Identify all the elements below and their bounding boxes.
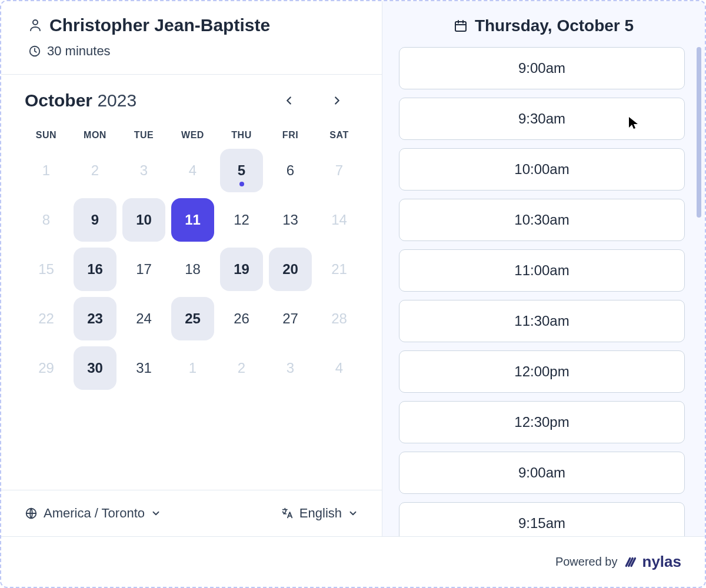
dow-header: SAT — [318, 130, 361, 149]
calendar-block: October 2023 SUNMONTUEWEDTHUFRISAT123456… — [1, 75, 382, 490]
day-cell[interactable]: 30 — [74, 346, 116, 390]
svg-point-0 — [33, 20, 38, 25]
day-cell[interactable]: 19 — [220, 248, 263, 291]
clock-icon — [28, 45, 41, 58]
language-icon — [281, 507, 294, 520]
user-icon — [28, 18, 42, 32]
selected-day-label: Thursday, October 5 — [475, 16, 634, 35]
day-cell: 14 — [318, 198, 361, 242]
dow-header: SUN — [25, 130, 68, 149]
brand-logo[interactable]: nylas — [624, 553, 682, 571]
day-cell: 1 — [25, 149, 68, 192]
language-label: English — [299, 506, 342, 521]
prev-month-button[interactable] — [278, 90, 299, 111]
day-cell: 3 — [269, 346, 312, 390]
day-cell: 21 — [318, 248, 361, 291]
timezone-selector[interactable]: America / Toronto — [25, 506, 161, 521]
timeslot[interactable]: 11:00am — [399, 249, 685, 292]
dow-header: TUE — [122, 130, 165, 149]
day-cell[interactable]: 26 — [220, 297, 263, 340]
chevron-down-icon — [348, 508, 358, 519]
svg-rect-3 — [455, 22, 466, 31]
day-cell[interactable]: 24 — [122, 297, 165, 340]
day-cell[interactable]: 9 — [74, 198, 116, 242]
cursor-icon — [628, 116, 640, 130]
footer: America / Toronto English — [1, 490, 382, 536]
dow-header: MON — [74, 130, 116, 149]
host-header: Christopher Jean-Baptiste 30 minutes — [1, 1, 382, 75]
day-cell[interactable]: 11 — [171, 198, 214, 242]
day-cell[interactable]: 27 — [269, 297, 312, 340]
calendar-icon — [454, 19, 468, 33]
timeslot[interactable]: 9:30am — [399, 98, 685, 140]
timeslot-list-wrap: 9:00am9:30am10:00am10:30am11:00am11:30am… — [382, 47, 705, 536]
day-cell: 3 — [122, 149, 165, 192]
day-cell: 1 — [171, 346, 214, 390]
day-cell[interactable]: 6 — [269, 149, 312, 192]
day-cell: 4 — [171, 149, 214, 192]
calendar-grid: SUNMONTUEWEDTHUFRISAT1234567891011121314… — [25, 130, 361, 390]
day-cell[interactable]: 13 — [269, 198, 312, 242]
day-cell[interactable]: 17 — [122, 248, 165, 291]
timeslot-list[interactable]: 9:00am9:30am10:00am10:30am11:00am11:30am… — [399, 47, 685, 536]
chevron-down-icon — [151, 508, 161, 519]
timeslot[interactable]: 12:00pm — [399, 350, 685, 393]
day-cell: 8 — [25, 198, 68, 242]
day-cell: 7 — [318, 149, 361, 192]
next-month-button[interactable] — [327, 90, 348, 111]
scheduler-widget: Christopher Jean-Baptiste 30 minutes Oct… — [0, 0, 706, 588]
language-selector[interactable]: English — [281, 506, 358, 521]
day-cell[interactable]: 23 — [74, 297, 116, 340]
host-name: Christopher Jean-Baptiste — [49, 15, 270, 35]
globe-icon — [25, 507, 38, 520]
dow-header: THU — [220, 130, 263, 149]
left-panel: Christopher Jean-Baptiste 30 minutes Oct… — [1, 1, 382, 536]
timeslot[interactable]: 9:15am — [399, 502, 685, 536]
duration-label: 30 minutes — [47, 44, 111, 59]
right-panel: Thursday, October 5 9:00am9:30am10:00am1… — [382, 1, 705, 536]
day-cell: 28 — [318, 297, 361, 340]
day-cell: 4 — [318, 346, 361, 390]
day-cell: 22 — [25, 297, 68, 340]
timezone-label: America / Toronto — [44, 506, 145, 521]
month-year: 2023 — [97, 91, 136, 110]
scrollbar-thumb[interactable] — [697, 47, 701, 218]
dow-header: FRI — [269, 130, 312, 149]
month-title: October 2023 — [25, 91, 136, 111]
day-cell[interactable]: 25 — [171, 297, 214, 340]
timeslot[interactable]: 11:30am — [399, 300, 685, 342]
brand-bar: Powered by nylas — [1, 536, 705, 587]
brand-name: nylas — [642, 553, 682, 571]
day-cell[interactable]: 20 — [269, 248, 312, 291]
day-cell[interactable]: 18 — [171, 248, 214, 291]
day-cell: 2 — [74, 149, 116, 192]
main-area: Christopher Jean-Baptiste 30 minutes Oct… — [1, 1, 705, 536]
day-cell: 2 — [220, 346, 263, 390]
day-cell[interactable]: 16 — [74, 248, 116, 291]
timeslot[interactable]: 9:00am — [399, 47, 685, 89]
powered-by-label: Powered by — [555, 555, 618, 569]
day-cell[interactable]: 5 — [220, 149, 263, 192]
timeslot[interactable]: 10:00am — [399, 148, 685, 191]
month-name: October — [25, 91, 92, 110]
day-cell[interactable]: 31 — [122, 346, 165, 390]
dow-header: WED — [171, 130, 214, 149]
day-cell: 29 — [25, 346, 68, 390]
timeslot[interactable]: 9:00am — [399, 452, 685, 494]
day-cell: 15 — [25, 248, 68, 291]
timeslot[interactable]: 10:30am — [399, 199, 685, 241]
day-cell[interactable]: 10 — [122, 198, 165, 242]
day-cell[interactable]: 12 — [220, 198, 263, 242]
timeslot[interactable]: 12:30pm — [399, 401, 685, 443]
